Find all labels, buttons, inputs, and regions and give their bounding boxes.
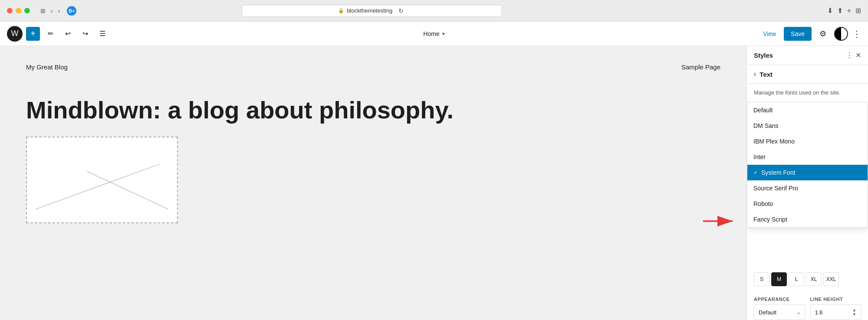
line-height-col: LINE HEIGHT 1.6 ▲ ▼ [810, 297, 861, 320]
size-m-button[interactable]: M [771, 272, 787, 286]
address-bar[interactable]: 🔒 blockthemetesting ↻ [242, 5, 502, 17]
add-block-button[interactable]: + [26, 27, 40, 41]
panel-more-button[interactable]: ⋮ [846, 51, 853, 59]
font-option-ibm-plex-mono-label: IBM Plex Mono [753, 138, 795, 145]
toolbar-right: View Save ⚙ ⋮ [760, 27, 861, 41]
font-dropdown: Default DM Sans IBM Plex Mono Inter ✓ Sy… [747, 102, 868, 228]
appearance-value: Default [759, 309, 776, 316]
size-xl-button[interactable]: XL [806, 272, 822, 286]
font-option-system-font-label: System Font [761, 169, 796, 176]
line-height-input[interactable]: 1.6 ▲ ▼ [810, 304, 861, 320]
editor-area: My Great Blog Sample Page Mindblown: a b… [0, 46, 746, 320]
undo-button[interactable]: ↩ [61, 27, 75, 41]
blog-title: My Great Blog [26, 63, 68, 71]
panel-content: Default DM Sans IBM Plex Mono Inter ✓ Sy… [747, 102, 868, 269]
panel-close-button[interactable]: ✕ [855, 51, 861, 59]
styles-panel: Styles ⋮ ✕ ‹ Text Manage the fonts used … [746, 46, 868, 320]
placeholder-line-1 [36, 163, 161, 209]
font-option-inter-label: Inter [753, 153, 766, 160]
panel-header-icons: ⋮ ✕ [846, 51, 861, 59]
contrast-toggle-button[interactable] [834, 27, 848, 41]
lock-icon: 🔒 [338, 8, 344, 13]
line-height-value: 1.6 [815, 309, 823, 316]
check-icon: ✓ [753, 170, 758, 176]
new-tab-icon[interactable]: + [847, 7, 851, 15]
site-header: My Great Blog Sample Page [26, 63, 720, 79]
font-option-roboto[interactable]: Roboto [747, 196, 868, 212]
share-icon[interactable]: ⬆ [837, 7, 843, 15]
window-controls: ⊞ ‹ › [39, 6, 62, 16]
wp-logo[interactable]: W [7, 26, 23, 42]
minimize-button[interactable] [16, 8, 21, 13]
font-option-roboto-label: Roboto [753, 200, 773, 207]
browser-chrome: ⊞ ‹ › B+ 🔒 blockthemetesting ↻ ⬇ ⬆ + ⊞ [0, 0, 868, 22]
font-option-inter[interactable]: Inter [747, 149, 868, 165]
font-option-source-serif-pro[interactable]: Source Serif Pro [747, 180, 868, 196]
more-options-button[interactable]: ⋮ [852, 29, 861, 39]
page-title-center[interactable]: Home ▾ [423, 30, 444, 37]
font-option-fancy-script-label: Fancy Script [753, 216, 787, 223]
url-text: blockthemetesting [347, 7, 392, 14]
placeholder-line-2 [87, 171, 169, 209]
browser-extension-badge[interactable]: B+ [67, 6, 76, 16]
appearance-col: APPEARANCE Default [754, 297, 805, 320]
settings-gear-button[interactable]: ⚙ [816, 27, 830, 41]
close-button[interactable] [7, 8, 13, 13]
redo-button[interactable]: ↪ [78, 27, 92, 41]
styles-panel-title: Styles [754, 52, 773, 59]
download-icon[interactable]: ⬇ [827, 7, 833, 15]
font-option-dm-sans[interactable]: DM Sans [747, 118, 868, 134]
size-buttons: S M L XL XXL [747, 272, 868, 286]
font-option-system-font[interactable]: ✓ System Font [747, 165, 868, 180]
list-view-button[interactable]: ☰ [95, 27, 109, 41]
appearance-select-wrapper: Default [754, 304, 805, 320]
page-title-chevron: ▾ [442, 31, 445, 37]
line-height-label: LINE HEIGHT [810, 297, 861, 302]
spinner-down-icon[interactable]: ▼ [852, 312, 856, 317]
view-button[interactable]: View [760, 28, 779, 40]
styles-panel-description: Manage the fonts used on the site. [747, 84, 868, 102]
styles-panel-nav: ‹ Text [747, 65, 868, 84]
styles-panel-header: Styles ⋮ ✕ [747, 46, 868, 65]
appearance-section: APPEARANCE Default LINE HEIGHT 1.6 ▲ ▼ [747, 286, 868, 320]
page-title-text: Home [423, 30, 439, 37]
size-s-button[interactable]: S [754, 272, 769, 286]
traffic-lights [7, 8, 30, 13]
browser-right-controls: ⬇ ⬆ + ⊞ [827, 7, 861, 15]
maximize-button[interactable] [24, 8, 30, 13]
back-button[interactable]: ‹ [754, 70, 756, 78]
image-placeholder [26, 137, 178, 223]
appearance-select[interactable]: Default [754, 304, 805, 320]
tabs-overview-icon[interactable]: ⊞ [855, 7, 861, 15]
wp-toolbar: W + ✏ ↩ ↪ ☰ Home ▾ View Save ⚙ ⋮ [0, 22, 868, 46]
spinner-up-icon[interactable]: ▲ [852, 308, 856, 312]
font-option-default-label: Default [753, 107, 773, 114]
font-option-source-serif-pro-label: Source Serif Pro [753, 185, 798, 192]
browser-back-button[interactable]: ‹ [49, 6, 55, 16]
sidebar-toggle-button[interactable]: ⊞ [39, 6, 47, 16]
size-l-button[interactable]: L [789, 272, 804, 286]
red-arrow [703, 215, 738, 227]
browser-forward-button[interactable]: › [56, 6, 62, 16]
post-heading: Mindblown: a blog about philosophy. [26, 97, 720, 124]
appearance-row: APPEARANCE Default LINE HEIGHT 1.6 ▲ ▼ [754, 297, 861, 320]
reload-button[interactable]: ↻ [397, 6, 405, 16]
appearance-label: APPEARANCE [754, 297, 805, 302]
number-spinners[interactable]: ▲ ▼ [852, 308, 856, 317]
font-option-dm-sans-label: DM Sans [753, 122, 779, 129]
font-option-ibm-plex-mono[interactable]: IBM Plex Mono [747, 134, 868, 149]
main-layout: My Great Blog Sample Page Mindblown: a b… [0, 46, 868, 320]
sample-page-link[interactable]: Sample Page [681, 63, 720, 71]
font-option-fancy-script[interactable]: Fancy Script [747, 212, 868, 227]
font-option-default[interactable]: Default [747, 102, 868, 118]
size-xxl-button[interactable]: XXL [823, 272, 839, 286]
section-title: Text [760, 71, 773, 78]
edit-tool-button[interactable]: ✏ [43, 27, 57, 41]
save-button[interactable]: Save [784, 27, 812, 41]
